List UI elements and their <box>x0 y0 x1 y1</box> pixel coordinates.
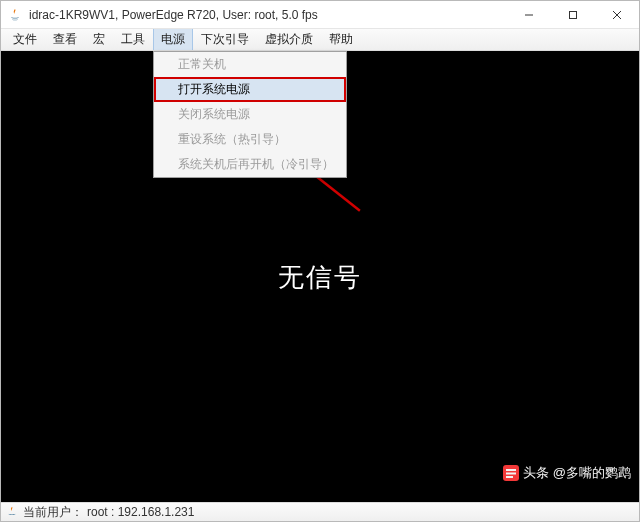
java-icon <box>5 505 19 519</box>
statusbar: 当前用户： root : 192.168.1.231 <box>1 502 639 521</box>
menu-label: 文件 <box>13 31 37 48</box>
power-menu-cycle-cold[interactable]: 系统关机后再开机（冷引导） <box>154 152 346 177</box>
app-window: idrac-1KR9WV1, PowerEdge R720, User: roo… <box>0 0 640 522</box>
svg-rect-7 <box>506 473 516 475</box>
menu-next-boot[interactable]: 下次引导 <box>193 29 257 50</box>
menu-label: 工具 <box>121 31 145 48</box>
java-icon <box>7 7 23 23</box>
menu-label: 帮助 <box>329 31 353 48</box>
close-button[interactable] <box>595 1 639 29</box>
menu-file[interactable]: 文件 <box>5 29 45 50</box>
power-menu-power-off[interactable]: 关闭系统电源 <box>154 102 346 127</box>
menu-label: 下次引导 <box>201 31 249 48</box>
watermark-author: @多嘴的鹦鹉 <box>553 464 631 482</box>
watermark-prefix: 头条 <box>523 464 549 482</box>
menu-view[interactable]: 查看 <box>45 29 85 50</box>
svg-rect-6 <box>506 469 516 471</box>
power-menu-reset-warm[interactable]: 重设系统（热引导） <box>154 127 346 152</box>
menu-label: 虚拟介质 <box>265 31 313 48</box>
power-menu-shutdown-graceful[interactable]: 正常关机 <box>154 52 346 77</box>
titlebar: idrac-1KR9WV1, PowerEdge R720, User: roo… <box>1 1 639 29</box>
menu-power[interactable]: 电源 正常关机 打开系统电源 关闭系统电源 重设系统（热引导） 系统关机后再开机… <box>153 29 193 50</box>
no-signal-text: 无信号 <box>278 259 362 294</box>
minimize-button[interactable] <box>507 1 551 29</box>
menu-label: 电源 <box>161 31 185 48</box>
menu-macro[interactable]: 宏 <box>85 29 113 50</box>
window-title: idrac-1KR9WV1, PowerEdge R720, User: roo… <box>29 8 507 22</box>
menu-tools[interactable]: 工具 <box>113 29 153 50</box>
menu-help[interactable]: 帮助 <box>321 29 361 50</box>
menu-label: 查看 <box>53 31 77 48</box>
status-user-label: 当前用户： <box>23 504 83 521</box>
svg-rect-8 <box>506 476 513 478</box>
window-controls <box>507 1 639 29</box>
watermark: 头条 @多嘴的鹦鹉 <box>503 464 631 482</box>
power-menu-power-on[interactable]: 打开系统电源 <box>154 77 346 102</box>
maximize-button[interactable] <box>551 1 595 29</box>
menubar: 文件 查看 宏 工具 电源 正常关机 打开系统电源 关闭系统电源 重设系统（热引… <box>1 29 639 51</box>
status-user-value: root : 192.168.1.231 <box>87 505 194 519</box>
menu-label: 宏 <box>93 31 105 48</box>
menu-virtual-media[interactable]: 虚拟介质 <box>257 29 321 50</box>
toutiao-logo-icon <box>503 465 519 481</box>
svg-rect-1 <box>570 11 577 18</box>
power-dropdown: 正常关机 打开系统电源 关闭系统电源 重设系统（热引导） 系统关机后再开机（冷引… <box>153 51 347 178</box>
